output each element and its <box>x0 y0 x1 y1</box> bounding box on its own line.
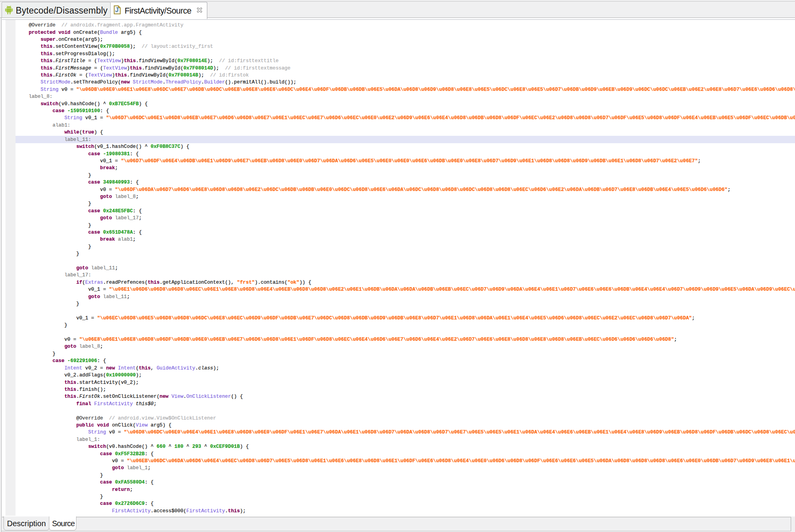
svg-text:J: J <box>115 7 119 13</box>
